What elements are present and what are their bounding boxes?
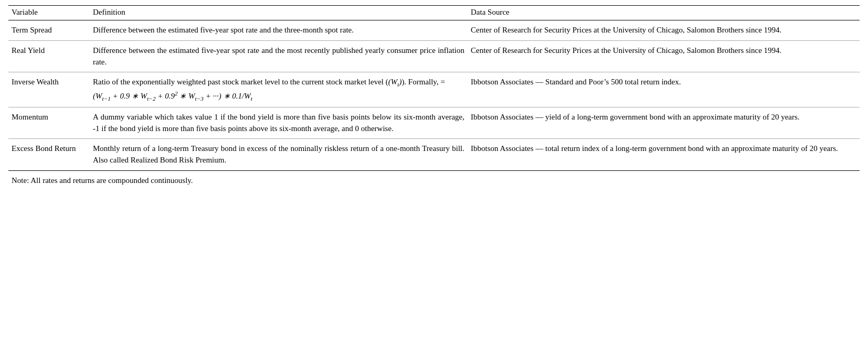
header-definition: Definition (90, 6, 468, 20)
header-variable: Variable (8, 6, 90, 20)
variable-inverse-wealth: Inverse Wealth (8, 72, 90, 107)
source-momentum: Ibbotson Associates — yield of a long-te… (468, 107, 860, 139)
variable-real-yield: Real Yield (8, 40, 90, 72)
definition-real-yield: Difference between the estimated five-ye… (90, 40, 468, 72)
table-row: Excess Bond Return Monthly return of a l… (8, 139, 860, 171)
variable-excess-bond-return: Excess Bond Return (8, 139, 90, 171)
table-row: Momentum A dummy variable which takes va… (8, 107, 860, 139)
definition-momentum: A dummy variable which takes value 1 if … (90, 107, 468, 139)
table-row: Inverse Wealth Ratio of the exponentiall… (8, 72, 860, 107)
header-data-source: Data Source (468, 6, 860, 20)
note-row: Note: All rates and returns are compound… (8, 170, 860, 190)
source-term-spread: Center of Research for Security Prices a… (468, 20, 860, 41)
variable-term-spread: Term Spread (8, 20, 90, 41)
source-real-yield: Center of Research for Security Prices a… (468, 40, 860, 72)
definition-inverse-wealth: Ratio of the exponentially weighted past… (90, 72, 468, 107)
table-row: Real Yield Difference between the estima… (8, 40, 860, 72)
definition-excess-bond-return: Monthly return of a long-term Treasury b… (90, 139, 468, 171)
table-note: Note: All rates and returns are compound… (8, 170, 860, 190)
definition-term-spread: Difference between the estimated five-ye… (90, 20, 468, 41)
table-row: Term Spread Difference between the estim… (8, 20, 860, 41)
source-inverse-wealth: Ibbotson Associates — Standard and Poor’… (468, 72, 860, 107)
variable-momentum: Momentum (8, 107, 90, 139)
source-excess-bond-return: Ibbotson Associates — total return index… (468, 139, 860, 171)
